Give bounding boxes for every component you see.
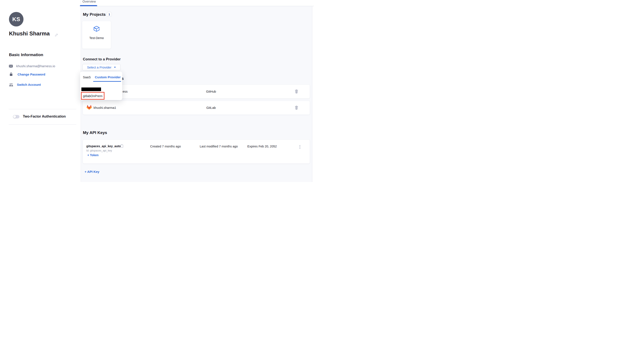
sidebar: KS Khushi Sharma Basic Information khush… (0, 0, 81, 182)
add-api-key-button[interactable]: + API Key (84, 170, 99, 174)
copy-icon[interactable] (120, 144, 123, 148)
provider-type-label: GitHub (190, 90, 233, 93)
dropdown-tab-saas[interactable]: SaaS (83, 75, 91, 79)
api-key-card: gitspaces_api_key_auto Created 7 months … (83, 140, 310, 163)
gitlab-account-name: khushi.sharma1 (93, 106, 116, 110)
mail-icon (9, 65, 14, 68)
connect-provider-title: Connect to a Provider (83, 57, 121, 61)
provider-dropdown: SaaS Custom Provider gitlabOnPrem (80, 72, 122, 100)
profile-page: KS Khushi Sharma Basic Information khush… (0, 0, 314, 182)
select-provider-label: Select a Provider (87, 65, 111, 69)
profile-name: Khushi Sharma (9, 30, 50, 37)
project-card[interactable]: Test-Demo (82, 21, 111, 49)
email-row: khushi.sharma@harness.io (9, 64, 55, 68)
menu-item-label: gitlabOnPrem (81, 94, 102, 98)
avatar: KS (9, 12, 23, 26)
toggle-knob (13, 115, 16, 118)
api-key-id: Id: gitspaces_api_key (86, 149, 112, 152)
basic-information-title: Basic Information (9, 53, 43, 57)
project-box-icon (93, 26, 100, 32)
provider-row-gitlab: khushi.sharma1 GitLab (83, 101, 310, 115)
trash-icon[interactable] (295, 89, 298, 93)
add-token-button[interactable]: + Token (87, 153, 98, 157)
api-key-created: Created 7 months ago (150, 145, 181, 148)
my-projects-title: My Projects (83, 12, 106, 17)
api-key-name: gitspaces_api_key_auto (86, 144, 121, 148)
api-key-expires: Expires Feb 20, 2052 (247, 145, 277, 148)
change-password-link[interactable]: Change Password (17, 72, 45, 76)
email-value: khushi.sharma@harness.io (16, 64, 55, 68)
switch-account-icon (9, 83, 13, 86)
menu-item-gitlabonprem-highlighted[interactable]: gitlabOnPrem (81, 92, 104, 100)
tab-bar (81, 0, 314, 6)
trash-icon[interactable] (295, 106, 298, 110)
api-key-last-modified: Last modified 7 months ago (200, 145, 238, 148)
avatar-initials: KS (12, 16, 20, 23)
lock-icon (9, 72, 14, 76)
scrollbar-gutter (312, 6, 314, 182)
two-factor-label: Two-Factor Authentication (23, 115, 66, 119)
switch-account-link[interactable]: Switch Account (17, 83, 41, 86)
kebab-menu-icon[interactable] (298, 145, 302, 149)
projects-count-badge: 1 (107, 12, 112, 17)
projects-count: 1 (108, 13, 110, 16)
two-factor-toggle[interactable] (13, 115, 19, 119)
project-name: Test-Demo (82, 36, 111, 40)
redacted-menu-item[interactable] (81, 87, 101, 91)
sidebar-divider-top (9, 109, 76, 109)
dropdown-active-tab-underline (93, 81, 121, 82)
dropdown-tab-custom-provider[interactable]: Custom Provider (95, 75, 121, 79)
my-api-keys-title: My API Keys (83, 130, 107, 135)
switch-account-row: Switch Account (9, 83, 41, 86)
select-provider-button[interactable]: Select a Provider (82, 64, 120, 71)
provider-type-label: GitLab (190, 106, 233, 110)
tab-overview[interactable]: Overview (82, 0, 96, 3)
edit-name-pencil-icon[interactable] (55, 33, 58, 37)
chevron-down-icon (114, 67, 116, 68)
change-password-row: Change Password (9, 72, 45, 76)
github-account-fragment: ess (123, 90, 128, 93)
gitlab-icon (86, 105, 92, 110)
